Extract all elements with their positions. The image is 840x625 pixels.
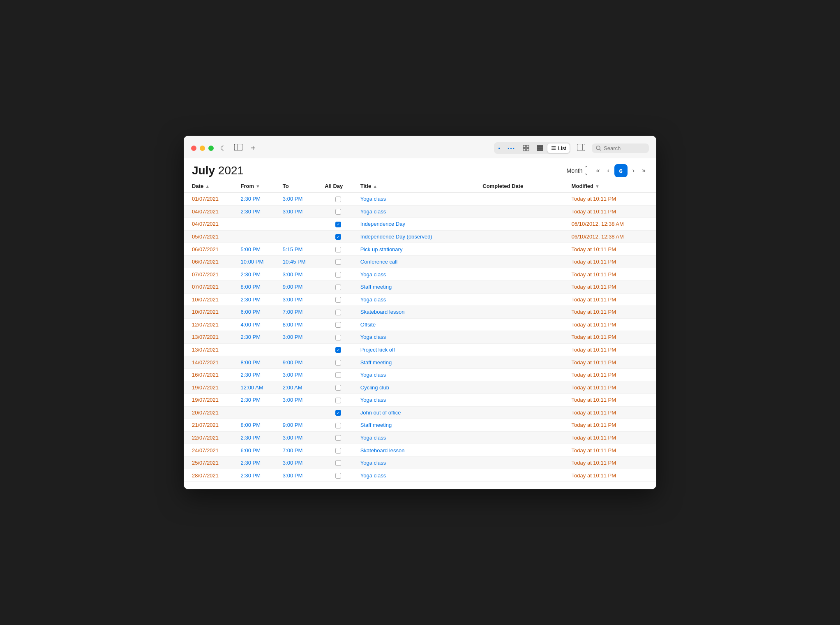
event-title[interactable]: Staff meeting [356, 280, 478, 293]
event-allday[interactable] [321, 469, 356, 482]
table-row[interactable]: 28/07/20212:30 PM3:00 PMYoga classToday … [184, 469, 656, 482]
allday-checkbox[interactable] [335, 398, 341, 403]
table-row[interactable]: 13/07/2021✓Project kick offToday at 10:1… [184, 343, 656, 356]
table-row[interactable]: 06/07/202110:00 PM10:45 PMConference cal… [184, 255, 656, 268]
allday-checkbox[interactable] [335, 197, 341, 202]
event-allday[interactable] [321, 444, 356, 457]
nav-next-button[interactable]: › [630, 165, 637, 176]
sidebar-toggle-button[interactable] [233, 143, 244, 153]
event-title[interactable]: Yoga class [356, 469, 478, 482]
event-title[interactable]: Project kick off [356, 343, 478, 356]
event-title[interactable]: Yoga class [356, 368, 478, 381]
allday-checkbox[interactable] [335, 297, 341, 303]
allday-checkbox-checked[interactable]: ✓ [335, 222, 341, 227]
event-allday[interactable] [321, 318, 356, 331]
table-row[interactable]: 05/07/2021✓Independence Day (observed)06… [184, 230, 656, 243]
event-allday[interactable]: ✓ [321, 406, 356, 419]
allday-checkbox[interactable] [335, 259, 341, 265]
allday-checkbox-checked[interactable]: ✓ [335, 410, 341, 416]
table-row[interactable]: 01/07/20212:30 PM3:00 PMYoga classToday … [184, 193, 656, 206]
allday-checkbox-checked[interactable]: ✓ [335, 347, 341, 353]
allday-checkbox[interactable] [335, 209, 341, 215]
allday-checkbox[interactable] [335, 360, 341, 366]
view-four-grid-button[interactable] [519, 143, 533, 153]
event-allday[interactable] [321, 243, 356, 256]
event-title[interactable]: Yoga class [356, 293, 478, 306]
table-row[interactable]: 04/07/20212:30 PM3:00 PMYoga classToday … [184, 205, 656, 218]
view-single-dot-button[interactable]: ● [495, 145, 503, 152]
allday-checkbox[interactable] [335, 372, 341, 378]
table-row[interactable]: 12/07/20214:00 PM8:00 PMOffsiteToday at … [184, 318, 656, 331]
event-allday[interactable] [321, 419, 356, 432]
col-date[interactable]: Date ▲ [184, 180, 237, 193]
allday-checkbox[interactable] [335, 310, 341, 315]
close-button[interactable] [191, 146, 196, 151]
event-allday[interactable] [321, 456, 356, 469]
table-row[interactable]: 14/07/20218:00 PM9:00 PMStaff meetingTod… [184, 356, 656, 369]
event-allday[interactable]: ✓ [321, 230, 356, 243]
minimize-button[interactable] [200, 146, 205, 151]
event-title[interactable]: Conference call [356, 255, 478, 268]
event-title[interactable]: Yoga class [356, 394, 478, 407]
event-allday[interactable] [321, 293, 356, 306]
table-row[interactable]: 25/07/20212:30 PM3:00 PMYoga classToday … [184, 456, 656, 469]
table-row[interactable]: 04/07/2021✓Independence Day06/10/2012, 1… [184, 218, 656, 231]
event-allday[interactable] [321, 255, 356, 268]
today-badge[interactable]: 6 [614, 164, 628, 177]
event-allday[interactable] [321, 306, 356, 319]
col-from[interactable]: From ▼ [237, 180, 279, 193]
event-title[interactable]: John out of office [356, 406, 478, 419]
event-title[interactable]: Cycling club [356, 381, 478, 394]
event-title[interactable]: Yoga class [356, 456, 478, 469]
event-allday[interactable] [321, 368, 356, 381]
event-allday[interactable] [321, 381, 356, 394]
event-title[interactable]: Yoga class [356, 268, 478, 281]
view-three-dots-button[interactable]: ●●● [504, 145, 519, 151]
view-list-button[interactable]: List [547, 144, 570, 153]
allday-checkbox[interactable] [335, 448, 341, 454]
allday-checkbox[interactable] [335, 272, 341, 278]
event-title[interactable]: Independence Day (observed) [356, 230, 478, 243]
allday-checkbox[interactable] [335, 435, 341, 441]
table-row[interactable]: 07/07/20218:00 PM9:00 PMStaff meetingTod… [184, 280, 656, 293]
table-row[interactable]: 06/07/20215:00 PM5:15 PMPick up stationa… [184, 243, 656, 256]
allday-checkbox[interactable] [335, 460, 341, 466]
event-title[interactable]: Yoga class [356, 205, 478, 218]
event-title[interactable]: Staff meeting [356, 356, 478, 369]
search-input[interactable] [604, 145, 645, 151]
table-row[interactable]: 10/07/20216:00 PM7:00 PMSkateboard lesso… [184, 306, 656, 319]
event-title[interactable]: Offsite [356, 318, 478, 331]
allday-checkbox-checked[interactable]: ✓ [335, 234, 341, 240]
event-title[interactable]: Staff meeting [356, 419, 478, 432]
event-allday[interactable] [321, 205, 356, 218]
event-title[interactable]: Skateboard lesson [356, 306, 478, 319]
event-title[interactable]: Yoga class [356, 331, 478, 344]
allday-checkbox[interactable] [335, 285, 341, 290]
sidebar-icon-right[interactable] [575, 143, 587, 153]
allday-checkbox[interactable] [335, 385, 341, 391]
table-row[interactable]: 10/07/20212:30 PM3:00 PMYoga classToday … [184, 293, 656, 306]
allday-checkbox[interactable] [335, 335, 341, 340]
event-title[interactable]: Pick up stationary [356, 243, 478, 256]
table-row[interactable]: 07/07/20212:30 PM3:00 PMYoga classToday … [184, 268, 656, 281]
allday-checkbox[interactable] [335, 247, 341, 252]
event-allday[interactable] [321, 431, 356, 444]
table-row[interactable]: 19/07/202112:00 AM2:00 AMCycling clubTod… [184, 381, 656, 394]
nav-prev-prev-button[interactable]: « [594, 165, 602, 176]
moon-icon[interactable]: ☾ [219, 144, 228, 153]
view-nine-grid-button[interactable] [533, 143, 547, 153]
table-row[interactable]: 21/07/20218:00 PM9:00 PMStaff meetingTod… [184, 419, 656, 432]
event-allday[interactable] [321, 268, 356, 281]
table-row[interactable]: 19/07/20212:30 PM3:00 PMYoga classToday … [184, 394, 656, 407]
event-title[interactable]: Yoga class [356, 431, 478, 444]
table-row[interactable]: 24/07/20216:00 PM7:00 PMSkateboard lesso… [184, 444, 656, 457]
table-row[interactable]: 13/07/20212:30 PM3:00 PMYoga classToday … [184, 331, 656, 344]
event-title[interactable]: Independence Day [356, 218, 478, 231]
event-allday[interactable] [321, 280, 356, 293]
allday-checkbox[interactable] [335, 473, 341, 479]
event-allday[interactable] [321, 394, 356, 407]
event-allday[interactable] [321, 356, 356, 369]
maximize-button[interactable] [208, 146, 214, 151]
allday-checkbox[interactable] [335, 322, 341, 328]
event-allday[interactable]: ✓ [321, 218, 356, 231]
